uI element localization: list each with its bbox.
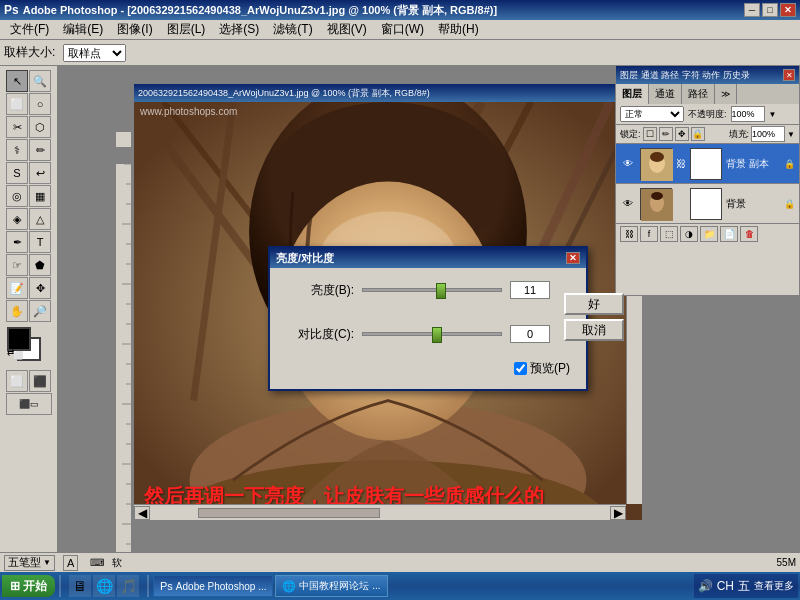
close-button[interactable]: ✕ bbox=[780, 3, 796, 17]
minimize-button[interactable]: ─ bbox=[744, 3, 760, 17]
menu-help[interactable]: 帮助(H) bbox=[432, 19, 485, 40]
bc-dialog-titlebar[interactable]: 亮度/对比度 ✕ bbox=[270, 248, 586, 268]
menu-layer[interactable]: 图层(L) bbox=[161, 19, 212, 40]
stamp-tool[interactable]: S bbox=[6, 162, 28, 184]
lasso-tool[interactable]: ○ bbox=[29, 93, 51, 115]
lock-all-btn[interactable]: 🔒 bbox=[691, 127, 705, 141]
brightness-value-input[interactable] bbox=[510, 281, 550, 299]
eyedropper-tool[interactable]: ✥ bbox=[29, 277, 51, 299]
sample-size-dropdown[interactable]: 取样点 3×3平均 5×5平均 bbox=[63, 44, 126, 62]
normal-mode-btn[interactable]: ⬜ bbox=[6, 370, 28, 392]
new-layer-btn[interactable]: 📄 bbox=[720, 226, 738, 242]
tab-channels[interactable]: 通道 bbox=[649, 84, 682, 104]
brush-tool[interactable]: ✏ bbox=[29, 139, 51, 161]
history-brush-tool[interactable]: ↩ bbox=[29, 162, 51, 184]
hand-tool[interactable]: ✋ bbox=[6, 300, 28, 322]
layer-mask-btn[interactable]: ⬚ bbox=[660, 226, 678, 242]
tray-lang-icon[interactable]: CH bbox=[717, 579, 734, 593]
tab-layers[interactable]: 图层 bbox=[616, 84, 649, 104]
magic-wand-tool[interactable]: ⬡ bbox=[29, 116, 51, 138]
canvas-window-titlebar[interactable]: 200632921562490438_ArWojUnuZ3v1.jpg @ 10… bbox=[134, 84, 642, 102]
bc-close-btn[interactable]: ✕ bbox=[566, 252, 580, 264]
show-desktop-btn[interactable]: 🖥 bbox=[69, 575, 91, 597]
lock-position-btn[interactable]: ✥ bbox=[675, 127, 689, 141]
layer-item-bg-copy[interactable]: 👁 ⛓ 背景 副本 🔒 bbox=[616, 144, 799, 184]
ime-icon2[interactable]: 软 bbox=[112, 556, 122, 570]
ie-btn[interactable]: 🌐 bbox=[93, 575, 115, 597]
quickmask-mode-btn[interactable]: ⬛ bbox=[29, 370, 51, 392]
hscroll-right-btn[interactable]: ▶ bbox=[610, 506, 626, 520]
bc-ok-button[interactable]: 好 bbox=[564, 293, 624, 315]
tab-more[interactable]: ≫ bbox=[715, 84, 737, 104]
new-group-btn[interactable]: 📁 bbox=[700, 226, 718, 242]
crop-tool[interactable]: ✂ bbox=[6, 116, 28, 138]
taskbar-photoshop-btn[interactable]: Ps Adobe Photoshop ... bbox=[153, 575, 273, 597]
delete-layer-btn[interactable]: 🗑 bbox=[740, 226, 758, 242]
default-colors-icon[interactable]: ⬜ bbox=[13, 351, 23, 360]
layer-visibility-bg-copy[interactable]: 👁 bbox=[620, 156, 636, 172]
hscroll-track[interactable] bbox=[152, 508, 608, 518]
healing-tool[interactable]: ⚕ bbox=[6, 139, 28, 161]
eraser-tool[interactable]: ◎ bbox=[6, 185, 28, 207]
marquee-tool[interactable]: ⬜ bbox=[6, 93, 28, 115]
fill-arrow[interactable]: ▼ bbox=[787, 130, 795, 139]
ime-mode-btn[interactable]: A bbox=[63, 555, 78, 571]
bc-cancel-button[interactable]: 取消 bbox=[564, 319, 624, 341]
opacity-input[interactable] bbox=[731, 106, 765, 122]
info-tool[interactable]: 🔍 bbox=[29, 70, 51, 92]
menu-window[interactable]: 窗口(W) bbox=[375, 19, 430, 40]
menu-filter[interactable]: 滤镜(T) bbox=[267, 19, 318, 40]
opacity-arrow[interactable]: ▼ bbox=[769, 110, 777, 119]
menu-edit[interactable]: 编辑(E) bbox=[57, 19, 109, 40]
blend-mode-select[interactable]: 正常 溶解 正片叠底 bbox=[620, 106, 684, 122]
layer-effects-btn[interactable]: f bbox=[640, 226, 658, 242]
layers-panel-titlebar[interactable]: 图层 通道 路径 字符 动作 历史录 ✕ bbox=[616, 66, 799, 84]
lock-image-btn[interactable]: ✏ bbox=[659, 127, 673, 141]
menu-view[interactable]: 视图(V) bbox=[321, 19, 373, 40]
link-layers-btn[interactable]: ⛓ bbox=[620, 226, 638, 242]
tab-paths[interactable]: 路径 bbox=[682, 84, 715, 104]
layer-mask-bg bbox=[690, 188, 722, 220]
blur-tool[interactable]: ◈ bbox=[6, 208, 28, 230]
preview-checkbox[interactable] bbox=[514, 362, 527, 375]
contrast-slider-thumb[interactable] bbox=[432, 327, 442, 343]
ime-dropdown-icon[interactable]: ▼ bbox=[43, 558, 51, 567]
move-tool[interactable]: ↖ bbox=[6, 70, 28, 92]
path-select-tool[interactable]: ☞ bbox=[6, 254, 28, 276]
shape-tool[interactable]: ⬟ bbox=[29, 254, 51, 276]
fill-input[interactable] bbox=[751, 126, 785, 142]
canvas-hscrollbar[interactable]: ◀ ▶ bbox=[134, 504, 626, 520]
tray-network-icon[interactable]: 🔊 bbox=[698, 579, 713, 593]
brightness-slider-track[interactable] bbox=[362, 288, 502, 292]
contrast-slider-track[interactable] bbox=[362, 332, 502, 336]
brightness-slider-thumb[interactable] bbox=[436, 283, 446, 299]
gradient-tool[interactable]: ▦ bbox=[29, 185, 51, 207]
lock-transparent-btn[interactable]: ☐ bbox=[643, 127, 657, 141]
menu-select[interactable]: 选择(S) bbox=[213, 19, 265, 40]
ime-icon1[interactable]: ⌨ bbox=[90, 557, 104, 568]
layer-item-bg[interactable]: 👁 背景 🔒 bbox=[616, 184, 799, 224]
taskbar-forum-btn[interactable]: 🌐 中国教程网论坛 ... bbox=[275, 575, 387, 597]
contrast-value-input[interactable] bbox=[510, 325, 550, 343]
hscroll-thumb[interactable] bbox=[198, 508, 380, 518]
tray-ime-icon[interactable]: 五 bbox=[738, 578, 750, 595]
zoom-tool[interactable]: 🔎 bbox=[29, 300, 51, 322]
dodge-tool[interactable]: △ bbox=[29, 208, 51, 230]
adjustment-layer-btn[interactable]: ◑ bbox=[680, 226, 698, 242]
layers-panel-close-btn[interactable]: ✕ bbox=[783, 69, 795, 81]
brightness-slider-container[interactable] bbox=[362, 280, 502, 300]
contrast-label: 对比度(C): bbox=[284, 326, 354, 343]
text-tool[interactable]: T bbox=[29, 231, 51, 253]
pen-tool[interactable]: ✒ bbox=[6, 231, 28, 253]
layer-visibility-bg[interactable]: 👁 bbox=[620, 196, 636, 212]
ime-input-method[interactable]: 五笔型 ▼ bbox=[4, 555, 55, 571]
menu-file[interactable]: 文件(F) bbox=[4, 19, 55, 40]
fullscreen-btn[interactable]: ⬛▭ bbox=[6, 393, 52, 415]
media-btn[interactable]: 🎵 bbox=[117, 575, 139, 597]
maximize-button[interactable]: □ bbox=[762, 3, 778, 17]
hscroll-left-btn[interactable]: ◀ bbox=[134, 506, 150, 520]
contrast-slider-container[interactable] bbox=[362, 324, 502, 344]
start-button[interactable]: ⊞ 开始 bbox=[2, 575, 55, 597]
menu-image[interactable]: 图像(I) bbox=[111, 19, 158, 40]
notes-tool[interactable]: 📝 bbox=[6, 277, 28, 299]
